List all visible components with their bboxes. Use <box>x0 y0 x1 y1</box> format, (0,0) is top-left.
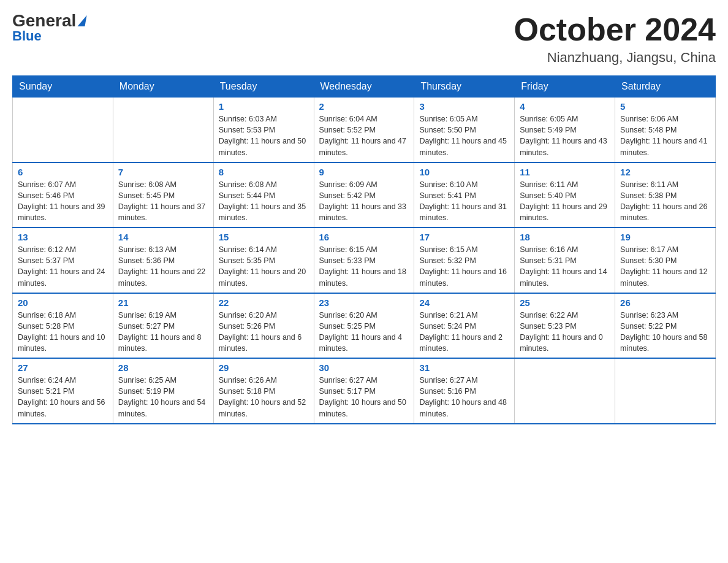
calendar-cell: 17Sunrise: 6:15 AM Sunset: 5:32 PM Dayli… <box>414 228 515 293</box>
day-number: 24 <box>419 297 509 308</box>
day-number: 20 <box>18 297 108 308</box>
calendar-week-row: 6Sunrise: 6:07 AM Sunset: 5:46 PM Daylig… <box>13 163 716 228</box>
calendar-header-sunday: Sunday <box>13 76 113 98</box>
calendar-cell <box>13 98 113 163</box>
day-info: Sunrise: 6:15 AM Sunset: 5:32 PM Dayligh… <box>419 244 509 289</box>
location-title: Nianzhuang, Jiangsu, China <box>514 50 716 66</box>
day-info: Sunrise: 6:16 AM Sunset: 5:31 PM Dayligh… <box>520 244 610 289</box>
day-number: 21 <box>118 297 208 308</box>
day-number: 5 <box>620 101 710 112</box>
day-info: Sunrise: 6:24 AM Sunset: 5:21 PM Dayligh… <box>18 375 108 419</box>
day-number: 27 <box>18 362 108 373</box>
calendar-cell: 10Sunrise: 6:10 AM Sunset: 5:41 PM Dayli… <box>414 163 515 228</box>
calendar-header-thursday: Thursday <box>414 76 515 98</box>
calendar-cell: 28Sunrise: 6:25 AM Sunset: 5:19 PM Dayli… <box>113 358 213 424</box>
calendar-cell: 31Sunrise: 6:27 AM Sunset: 5:16 PM Dayli… <box>414 358 515 424</box>
calendar-cell: 1Sunrise: 6:03 AM Sunset: 5:53 PM Daylig… <box>213 98 314 163</box>
day-number: 4 <box>520 101 610 112</box>
day-info: Sunrise: 6:07 AM Sunset: 5:46 PM Dayligh… <box>18 179 108 224</box>
day-info: Sunrise: 6:05 AM Sunset: 5:50 PM Dayligh… <box>419 113 509 158</box>
calendar-cell: 24Sunrise: 6:21 AM Sunset: 5:24 PM Dayli… <box>414 293 515 359</box>
logo-blue-text: Blue <box>12 29 42 43</box>
day-number: 14 <box>118 232 208 242</box>
day-number: 28 <box>118 362 208 373</box>
calendar-cell <box>615 358 716 424</box>
day-number: 10 <box>419 167 509 177</box>
day-info: Sunrise: 6:12 AM Sunset: 5:37 PM Dayligh… <box>18 244 108 289</box>
calendar-header-row: SundayMondayTuesdayWednesdayThursdayFrid… <box>13 76 716 98</box>
day-info: Sunrise: 6:21 AM Sunset: 5:24 PM Dayligh… <box>419 310 509 354</box>
day-number: 2 <box>319 101 409 112</box>
day-info: Sunrise: 6:17 AM Sunset: 5:30 PM Dayligh… <box>620 244 710 289</box>
header: General Blue October 2024 Nianzhuang, Ji… <box>12 12 716 66</box>
calendar-cell: 4Sunrise: 6:05 AM Sunset: 5:49 PM Daylig… <box>515 98 615 163</box>
month-title: October 2024 <box>514 12 716 47</box>
calendar-header-wednesday: Wednesday <box>314 76 414 98</box>
day-number: 11 <box>520 167 610 177</box>
day-info: Sunrise: 6:19 AM Sunset: 5:27 PM Dayligh… <box>118 310 208 354</box>
day-number: 17 <box>419 232 509 242</box>
calendar-cell: 13Sunrise: 6:12 AM Sunset: 5:37 PM Dayli… <box>13 228 113 293</box>
day-info: Sunrise: 6:20 AM Sunset: 5:25 PM Dayligh… <box>319 310 409 354</box>
day-number: 12 <box>620 167 710 177</box>
title-area: October 2024 Nianzhuang, Jiangsu, China <box>514 12 716 66</box>
calendar-cell: 5Sunrise: 6:06 AM Sunset: 5:48 PM Daylig… <box>615 98 716 163</box>
calendar-cell: 16Sunrise: 6:15 AM Sunset: 5:33 PM Dayli… <box>314 228 414 293</box>
day-number: 6 <box>18 167 108 177</box>
day-info: Sunrise: 6:15 AM Sunset: 5:33 PM Dayligh… <box>319 244 409 289</box>
day-info: Sunrise: 6:09 AM Sunset: 5:42 PM Dayligh… <box>319 179 409 224</box>
day-info: Sunrise: 6:04 AM Sunset: 5:52 PM Dayligh… <box>319 113 409 158</box>
day-number: 19 <box>620 232 710 242</box>
day-number: 29 <box>219 362 309 373</box>
calendar-table: SundayMondayTuesdayWednesdayThursdayFrid… <box>12 75 716 424</box>
calendar-cell: 19Sunrise: 6:17 AM Sunset: 5:30 PM Dayli… <box>615 228 716 293</box>
day-info: Sunrise: 6:11 AM Sunset: 5:38 PM Dayligh… <box>620 179 710 224</box>
day-info: Sunrise: 6:06 AM Sunset: 5:48 PM Dayligh… <box>620 113 710 158</box>
day-info: Sunrise: 6:22 AM Sunset: 5:23 PM Dayligh… <box>520 310 610 354</box>
calendar-header-friday: Friday <box>515 76 615 98</box>
day-info: Sunrise: 6:14 AM Sunset: 5:35 PM Dayligh… <box>219 244 309 289</box>
day-number: 25 <box>520 297 610 308</box>
day-info: Sunrise: 6:27 AM Sunset: 5:16 PM Dayligh… <box>419 375 509 419</box>
day-info: Sunrise: 6:26 AM Sunset: 5:18 PM Dayligh… <box>219 375 309 419</box>
day-info: Sunrise: 6:20 AM Sunset: 5:26 PM Dayligh… <box>219 310 309 354</box>
calendar-cell: 22Sunrise: 6:20 AM Sunset: 5:26 PM Dayli… <box>213 293 314 359</box>
day-number: 18 <box>520 232 610 242</box>
day-info: Sunrise: 6:05 AM Sunset: 5:49 PM Dayligh… <box>520 113 610 158</box>
day-info: Sunrise: 6:08 AM Sunset: 5:44 PM Dayligh… <box>219 179 309 224</box>
calendar-cell: 20Sunrise: 6:18 AM Sunset: 5:28 PM Dayli… <box>13 293 113 359</box>
calendar-cell: 18Sunrise: 6:16 AM Sunset: 5:31 PM Dayli… <box>515 228 615 293</box>
day-number: 30 <box>319 362 409 373</box>
calendar-cell: 25Sunrise: 6:22 AM Sunset: 5:23 PM Dayli… <box>515 293 615 359</box>
calendar-cell: 2Sunrise: 6:04 AM Sunset: 5:52 PM Daylig… <box>314 98 414 163</box>
day-info: Sunrise: 6:08 AM Sunset: 5:45 PM Dayligh… <box>118 179 208 224</box>
calendar-week-row: 27Sunrise: 6:24 AM Sunset: 5:21 PM Dayli… <box>13 358 716 424</box>
day-number: 3 <box>419 101 509 112</box>
day-info: Sunrise: 6:13 AM Sunset: 5:36 PM Dayligh… <box>118 244 208 289</box>
calendar-cell: 26Sunrise: 6:23 AM Sunset: 5:22 PM Dayli… <box>615 293 716 359</box>
calendar-cell: 9Sunrise: 6:09 AM Sunset: 5:42 PM Daylig… <box>314 163 414 228</box>
day-number: 7 <box>118 167 208 177</box>
logo-general-text: General <box>12 12 76 29</box>
calendar-cell: 29Sunrise: 6:26 AM Sunset: 5:18 PM Dayli… <box>213 358 314 424</box>
day-info: Sunrise: 6:11 AM Sunset: 5:40 PM Dayligh… <box>520 179 610 224</box>
day-info: Sunrise: 6:25 AM Sunset: 5:19 PM Dayligh… <box>118 375 208 419</box>
calendar-cell <box>515 358 615 424</box>
day-info: Sunrise: 6:23 AM Sunset: 5:22 PM Dayligh… <box>620 310 710 354</box>
calendar-cell: 27Sunrise: 6:24 AM Sunset: 5:21 PM Dayli… <box>13 358 113 424</box>
day-info: Sunrise: 6:03 AM Sunset: 5:53 PM Dayligh… <box>219 113 309 158</box>
calendar-header-monday: Monday <box>113 76 213 98</box>
calendar-cell: 8Sunrise: 6:08 AM Sunset: 5:44 PM Daylig… <box>213 163 314 228</box>
day-number: 16 <box>319 232 409 242</box>
day-number: 13 <box>18 232 108 242</box>
calendar-week-row: 13Sunrise: 6:12 AM Sunset: 5:37 PM Dayli… <box>13 228 716 293</box>
calendar-week-row: 1Sunrise: 6:03 AM Sunset: 5:53 PM Daylig… <box>13 98 716 163</box>
day-number: 31 <box>419 362 509 373</box>
day-number: 8 <box>219 167 309 177</box>
logo: General Blue <box>12 12 86 43</box>
day-info: Sunrise: 6:27 AM Sunset: 5:17 PM Dayligh… <box>319 375 409 419</box>
calendar-cell: 30Sunrise: 6:27 AM Sunset: 5:17 PM Dayli… <box>314 358 414 424</box>
calendar-cell: 3Sunrise: 6:05 AM Sunset: 5:50 PM Daylig… <box>414 98 515 163</box>
calendar-cell: 15Sunrise: 6:14 AM Sunset: 5:35 PM Dayli… <box>213 228 314 293</box>
day-number: 1 <box>219 101 309 112</box>
